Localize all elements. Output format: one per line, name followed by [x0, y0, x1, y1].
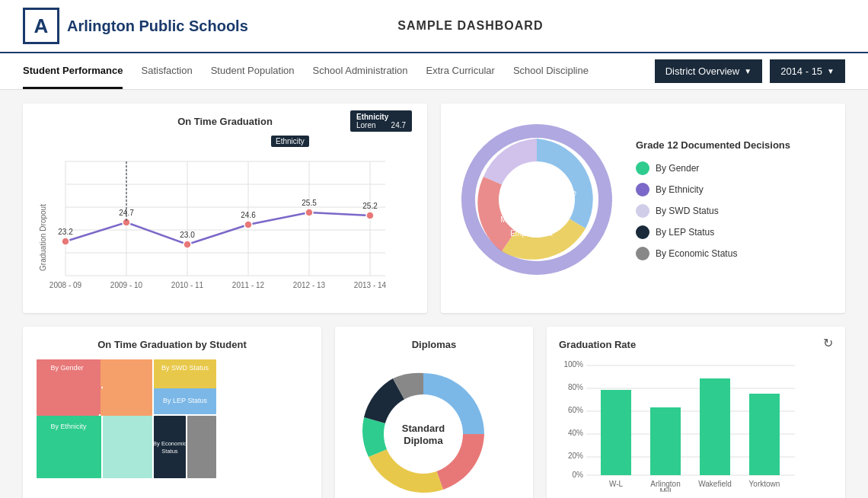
nav-school-discipline[interactable]: School Discipline [513, 53, 589, 89]
year-label: 2014 - 15 [780, 65, 822, 77]
bottom-row: On Time Graduation by Student By Gender … [23, 327, 845, 498]
svg-point-16 [244, 221, 252, 228]
svg-text:2010 - 11: 2010 - 11 [171, 281, 204, 289]
year-button[interactable]: 2014 - 15 ▼ [770, 59, 845, 83]
legend-ethnicity: By Ethnicity [636, 183, 790, 196]
svg-text:2013 - 14: 2013 - 14 [354, 281, 387, 289]
logo-area: A Arlington Public Schools [23, 8, 248, 44]
svg-point-15 [183, 241, 191, 248]
svg-point-68 [384, 394, 463, 474]
nav-controls: District Overview ▼ 2014 - 15 ▼ [655, 59, 845, 83]
nav-satisfaction[interactable]: Satisfaction [141, 53, 192, 89]
svg-text:25.5: 25.5 [302, 199, 317, 207]
svg-text:2008 - 09: 2008 - 09 [49, 281, 82, 289]
district-overview-label: District Overview [665, 65, 740, 77]
svg-rect-67 [187, 417, 216, 478]
legend-lep: By LEP Status [636, 225, 790, 239]
dashboard-title: SAMPLE DASHBOARD [397, 19, 543, 33]
legend-gender-label: By Gender [656, 163, 699, 174]
svg-rect-63 [103, 417, 152, 478]
nav-links: Student Performance Satisfaction Student… [23, 53, 589, 89]
bar-wl [601, 390, 631, 475]
svg-text:0%: 0% [573, 471, 584, 479]
legend-economic: By Economic Status [636, 247, 790, 260]
chart-tooltip: Ethnicity [271, 136, 309, 147]
svg-text:2011 - 12: 2011 - 12 [232, 281, 265, 289]
district-overview-button[interactable]: District Overview ▼ [655, 59, 762, 83]
svg-rect-54 [101, 359, 152, 387]
svg-text:By SWD Status: By SWD Status [161, 364, 209, 372]
year-dropdown-arrow: ▼ [827, 67, 834, 75]
grade12-donut-chart: College Employment Military [453, 116, 621, 283]
treemap-title: On Time Graduation by Student [35, 339, 309, 350]
graduation-rate-title: Graduation Rate [559, 339, 636, 350]
svg-text:Graduation Dropout: Graduation Dropout [39, 204, 47, 271]
economic-dot [636, 247, 649, 260]
svg-text:By LEP Status: By LEP Status [163, 397, 207, 404]
bar-wakefield [700, 378, 730, 475]
district-dropdown-arrow: ▼ [744, 67, 752, 75]
svg-text:By Gender: By Gender [50, 364, 83, 372]
svg-text:100%: 100% [563, 360, 583, 369]
legend-economic-label: By Economic Status [656, 248, 737, 259]
bar-arlington [650, 407, 681, 475]
legend-swd: By SWD Status [636, 204, 790, 218]
svg-text:By Ethnicity: By Ethnicity [50, 423, 87, 430]
graduation-rate-bar-chart: 100% 80% 60% 40% 20% 0% [559, 355, 803, 492]
main-content: On Time Graduation Ethnicity Graduation … [0, 90, 868, 498]
graduation-chart-card: On Time Graduation Ethnicity Graduation … [23, 104, 427, 313]
legend-lep-label: By LEP Status [656, 227, 714, 238]
nav-school-administration[interactable]: School Administration [313, 53, 408, 89]
svg-text:Diploma: Diploma [404, 435, 443, 446]
svg-text:60%: 60% [568, 406, 583, 414]
svg-rect-60 [101, 388, 152, 416]
grade12-title: Grade 12 Documented Decisions [636, 139, 790, 151]
svg-text:25.2: 25.2 [362, 202, 378, 210]
grade12-legend: By Gender By Ethnicity By SWD Status [636, 161, 790, 260]
svg-point-34 [499, 161, 575, 238]
svg-point-13 [62, 238, 69, 245]
swd-dot [636, 204, 649, 218]
tooltip-label: Ethnicity [276, 137, 305, 145]
svg-text:80%: 80% [568, 383, 583, 391]
bar-yorktown [749, 394, 780, 475]
svg-text:40%: 40% [568, 429, 583, 437]
grade12-card: College Employment Military Grade 12 Doc… [441, 104, 845, 313]
logo-letter: A [34, 14, 49, 38]
svg-text:Standard: Standard [402, 423, 445, 434]
top-row: On Time Graduation Ethnicity Graduation … [23, 104, 845, 313]
svg-text:Military: Military [500, 215, 525, 224]
legend-ethnicity-label: By Ethnicity [656, 184, 704, 195]
legend-swd-label: By SWD Status [656, 206, 719, 216]
gender-dot [636, 161, 649, 175]
svg-text:Status: Status [161, 448, 178, 455]
svg-text:2009 - 10: 2009 - 10 [110, 281, 143, 289]
svg-text:23.0: 23.0 [180, 231, 195, 239]
svg-text:24.6: 24.6 [241, 211, 256, 219]
svg-text:By Economic: By Economic [153, 440, 187, 447]
navigation: Student Performance Satisfaction Student… [0, 53, 868, 90]
svg-text:2012 - 13: 2012 - 13 [293, 281, 326, 289]
diplomas-donut-chart: Standard Diploma [347, 358, 499, 498]
svg-text:Yorktown: Yorktown [749, 480, 780, 488]
svg-text:23.2: 23.2 [58, 228, 73, 236]
graduation-chart-title: On Time Graduation [35, 116, 415, 127]
school-name: Arlington Public Schools [67, 18, 248, 35]
ethnicity-dot [636, 183, 649, 196]
svg-rect-59 [37, 388, 99, 416]
diplomas-title: Diplomas [347, 339, 521, 350]
school-logo: A [23, 8, 59, 44]
treemap-card: On Time Graduation by Student By Gender … [23, 327, 321, 498]
svg-text:20%: 20% [568, 452, 583, 460]
header: A Arlington Public Schools SAMPLE DASHBO… [0, 0, 868, 53]
nav-student-population[interactable]: Student Population [211, 53, 295, 89]
svg-point-17 [305, 209, 313, 216]
graduation-rate-card: Graduation Rate ↻ 100% 80% 60% 40% 20% 0… [547, 327, 845, 498]
svg-point-18 [366, 212, 374, 219]
nav-student-performance[interactable]: Student Performance [23, 53, 123, 89]
svg-text:Mill: Mill [660, 487, 672, 492]
svg-text:Employment: Employment [510, 229, 553, 238]
nav-extra-curricular[interactable]: Extra Curricular [426, 53, 495, 89]
refresh-button[interactable]: ↻ [823, 336, 833, 350]
svg-text:Wakefield: Wakefield [698, 480, 732, 488]
